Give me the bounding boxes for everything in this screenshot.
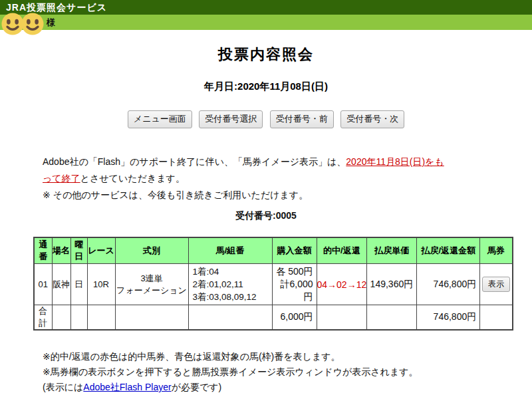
col-header-bet-type: 式別 [115,237,188,264]
end-date-link[interactable]: 2020年11月8日(日)をも [346,156,444,167]
amount-line2: 計6,000円 [273,278,313,303]
footnotes: ※的中/返還の赤色は的中馬券、青色は返還対象の馬(枠)番を表します。 ※馬券欄の… [43,349,532,395]
flash-player-link[interactable]: Adobe社Flash Player [83,382,171,392]
menu-screen-button[interactable]: メニュー画面 [128,110,192,128]
cell-total-payout: 746,800円 [417,264,480,305]
col-header-race: レース [87,237,115,264]
notice-text: Adobe社の「Flash」のサポート終了に伴い、「馬券イメージ表示」は、 [43,156,346,167]
receipt-next-button[interactable]: 受付番号・次 [340,110,404,128]
smiley-face-icon [1,13,24,35]
horses-line1: 1着:04 [193,265,272,278]
cell-unit-payout: 149,360円 [367,264,417,305]
total-label-cell: 合計 [34,305,52,331]
receipt-number-label: 受付番号:0005 [0,210,532,222]
total-row: 合計 6,000円 746,800円 [34,305,513,331]
cell-hit-result: 04→02→12 [317,264,367,305]
bet-type-line1: 3連単 [116,273,188,285]
amount-line1: 各 500円 [273,265,313,278]
table-header-row: 通番 場名 曜日 レース 式別 馬/組番 購入金額 的中/返還 払戻単価 払戻/… [34,237,513,264]
page-title: 投票内容照会 [0,45,532,65]
cell-bet-type: 3連単 フォーメーション [115,264,188,305]
flash-support-notice: Adobe社の「Flash」のサポート終了に伴い、「馬券イメージ表示」は、202… [43,154,491,203]
footnote-ticket-button: ※馬券欄の表示ボタンを押下すると勝馬投票券イメージ表示ウィンドウが表示されます。 [43,364,532,380]
notice-text-continued: とさせていただきます。 [80,173,185,184]
col-header-number: 通番 [34,237,52,264]
show-ticket-button[interactable]: 表示 [482,277,510,292]
smiley-face-icon [21,13,44,35]
user-bar: 様 [0,15,532,30]
col-header-hit: 的中/返還 [317,237,367,264]
app-title-bar: JRA投票照会サービス [0,0,532,15]
cell-ticket: 表示 [480,264,513,305]
cell-race: 10R [87,264,115,305]
end-date-link-continued[interactable]: って終了 [43,173,80,184]
col-header-place: 場名 [52,237,70,264]
receipt-select-button[interactable]: 受付番号選択 [199,110,263,128]
app-title: JRA投票照会サービス [6,2,107,13]
cell-amount: 各 500円 計6,000円 [272,264,317,305]
horses-line2: 2着:01,02,11 [193,278,272,291]
footnote-flash-requirement: (表示にはAdobe社Flash Playerが必要です) [43,380,532,395]
bet-row: 01 阪神 日 10R 3連単 フォーメーション 1着:04 2着:01,02,… [34,264,513,305]
col-header-total-payout: 払戻/返還金額 [417,237,480,264]
total-amount-cell: 6,000円 [272,305,317,331]
footnote-hit-colors: ※的中/返還の赤色は的中馬券、青色は返還対象の馬(枠)番を表します。 [43,349,532,364]
col-header-amount: 購入金額 [272,237,317,264]
bet-detail-table: 通番 場名 曜日 レース 式別 馬/組番 購入金額 的中/返還 払戻単価 払戻/… [33,237,513,331]
col-header-unit-payout: 払戻単価 [367,237,417,264]
horses-line3: 3着:03,08,09,12 [193,291,272,303]
smiley-sticker-group [1,13,48,35]
total-payout-cell: 746,800円 [417,305,480,331]
cell-number: 01 [34,264,52,305]
notice-other-services: ※ その他のサービスは、今後も引き続きご利用いただけます。 [43,190,308,200]
date-label: 年月日:2020年11月08日(日) [0,80,532,93]
cell-horses: 1着:04 2着:01,02,11 3着:03,08,09,12 [188,264,272,305]
cell-day: 日 [70,264,87,305]
bet-type-line2: フォーメーション [116,285,188,297]
col-header-horses: 馬/組番 [188,237,272,264]
receipt-prev-button[interactable]: 受付番号・前 [270,110,334,128]
cell-place: 阪神 [52,264,70,305]
col-header-day: 曜日 [70,237,87,264]
col-header-ticket: 馬券 [480,237,513,264]
nav-buttons-top: メニュー画面 受付番号選択 受付番号・前 受付番号・次 [0,110,532,128]
